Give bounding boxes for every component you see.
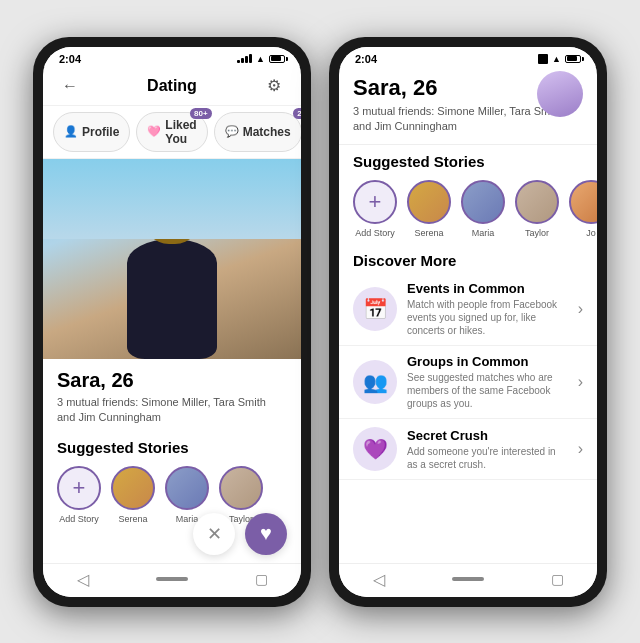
jo-circle <box>569 180 597 224</box>
tab-matches-label: Matches <box>243 125 291 139</box>
status-bar-1: 2:04 ▲ <box>43 47 301 67</box>
back-button[interactable]: ← <box>57 73 83 99</box>
crush-icon-box: 💜 <box>353 427 397 471</box>
discover-groups[interactable]: 👥 Groups in Common See suggested matches… <box>339 346 597 419</box>
nav-home-2[interactable] <box>452 577 484 581</box>
stories-row-2: + Add Story Serena Maria Taylor Jo <box>339 176 597 246</box>
nav-back-icon-2[interactable]: ◁ <box>373 570 385 589</box>
story-serena[interactable]: Serena <box>111 466 155 524</box>
events-text: Events in Common Match with people from … <box>397 281 578 337</box>
status-time-1: 2:04 <box>59 53 81 65</box>
matches-tab-icon: 💬 <box>225 125 239 138</box>
discover-title: Discover More <box>339 246 597 273</box>
profile-header-2: Sara, 26 3 mutual friends: Simone Miller… <box>339 67 597 146</box>
groups-text: Groups in Common See suggested matches w… <box>397 354 578 410</box>
maria-circle <box>165 466 209 510</box>
story-jo[interactable]: Jo <box>569 180 597 238</box>
tab-profile-label: Profile <box>82 125 119 139</box>
discover-events[interactable]: 📅 Events in Common Match with people fro… <box>339 273 597 346</box>
phone-2-screen: 2:04 ▲ Sara, 26 3 mutual friends: Simone… <box>339 47 597 597</box>
groups-title: Groups in Common <box>407 354 568 369</box>
taylor-label-2: Taylor <box>525 228 549 238</box>
crush-arrow: › <box>578 440 583 458</box>
jo-label: Jo <box>586 228 596 238</box>
suggested-stories-title-2: Suggested Stories <box>339 145 597 176</box>
events-arrow: › <box>578 300 583 318</box>
nav-square-icon-1[interactable]: ▢ <box>255 571 268 587</box>
app-header: ← Dating ⚙ <box>43 67 301 106</box>
crush-text: Secret Crush Add someone you're interest… <box>397 428 578 471</box>
groups-arrow: › <box>578 373 583 391</box>
nav-square-icon-2[interactable]: ▢ <box>551 571 564 587</box>
tab-profile[interactable]: 👤 Profile <box>53 112 130 152</box>
crush-icon: 💜 <box>363 437 388 461</box>
phone-1-screen: 2:04 ▲ ← Dat <box>43 47 301 597</box>
taylor-circle-2 <box>515 180 559 224</box>
crush-desc: Add someone you're interested in as a se… <box>407 445 568 471</box>
maria-circle-2 <box>461 180 505 224</box>
add-story-label: Add Story <box>59 514 99 524</box>
events-icon-box: 📅 <box>353 287 397 331</box>
groups-desc: See suggested matches who are members of… <box>407 371 568 410</box>
events-title: Events in Common <box>407 281 568 296</box>
profile-info: Sara, 26 3 mutual friends: Simone Miller… <box>43 359 301 432</box>
profile-name: Sara, 26 <box>57 369 287 392</box>
story-add-2[interactable]: + Add Story <box>353 180 397 238</box>
status-time-2: 2:04 <box>355 53 377 65</box>
liked-badge: 80+ <box>190 108 212 119</box>
tabs-row: 👤 Profile 🩷 Liked You 80+ 💬 Matches 2 <box>43 106 301 159</box>
events-icon: 📅 <box>363 297 388 321</box>
app-title: Dating <box>147 77 197 95</box>
serena-circle-2 <box>407 180 451 224</box>
serena-label-2: Serena <box>414 228 443 238</box>
stop-icon <box>538 54 548 64</box>
status-icons-2: ▲ <box>538 54 581 64</box>
suggested-stories-title: Suggested Stories <box>43 431 301 462</box>
signal-icon <box>237 54 252 63</box>
bottom-nav-2: ◁ ▢ <box>339 563 597 597</box>
crush-title: Secret Crush <box>407 428 568 443</box>
profile-tab-icon: 👤 <box>64 125 78 138</box>
story-taylor-2[interactable]: Taylor <box>515 180 559 238</box>
maria-label-2: Maria <box>472 228 495 238</box>
add-story-circle-2: + <box>353 180 397 224</box>
add-story-label-2: Add Story <box>355 228 395 238</box>
events-desc: Match with people from Facebook events y… <box>407 298 568 337</box>
phone-1: 2:04 ▲ ← Dat <box>33 37 311 607</box>
story-add[interactable]: + Add Story <box>57 466 101 524</box>
taylor-circle <box>219 466 263 510</box>
groups-icon-box: 👥 <box>353 360 397 404</box>
story-maria-2[interactable]: Maria <box>461 180 505 238</box>
liked-tab-icon: 🩷 <box>147 125 161 138</box>
status-bar-2: 2:04 ▲ <box>339 47 597 67</box>
story-serena-2[interactable]: Serena <box>407 180 451 238</box>
profile-mutual: 3 mutual friends: Simone Miller, Tara Sm… <box>57 395 287 426</box>
groups-icon: 👥 <box>363 370 388 394</box>
profile-image <box>43 159 301 359</box>
settings-button[interactable]: ⚙ <box>261 73 287 99</box>
tab-liked-you[interactable]: 🩷 Liked You 80+ <box>136 112 207 152</box>
dislike-button[interactable]: ✕ <box>193 513 235 555</box>
tab-liked-label: Liked You <box>165 118 196 146</box>
nav-home-1[interactable] <box>156 577 188 581</box>
person-body <box>127 239 217 359</box>
nav-back-icon-1[interactable]: ◁ <box>77 570 89 589</box>
profile-card: ✕ ♥ Sara, 26 3 mutual friends: Simone Mi… <box>43 159 301 563</box>
tab-matches[interactable]: 💬 Matches 2 <box>214 112 301 152</box>
add-story-circle: + <box>57 466 101 510</box>
serena-label: Serena <box>118 514 147 524</box>
discover-crush[interactable]: 💜 Secret Crush Add someone you're intere… <box>339 419 597 480</box>
discover-section: 📅 Events in Common Match with people fro… <box>339 273 597 562</box>
phones-container: 2:04 ▲ ← Dat <box>23 27 617 617</box>
action-buttons: ✕ ♥ <box>193 513 287 555</box>
battery-icon-2 <box>565 55 581 63</box>
serena-circle <box>111 466 155 510</box>
bottom-nav-1: ◁ ▢ <box>43 563 301 597</box>
battery-icon <box>269 55 285 63</box>
matches-badge: 2 <box>293 108 301 119</box>
wifi-icon: ▲ <box>256 54 265 64</box>
like-button[interactable]: ♥ <box>245 513 287 555</box>
status-icons-1: ▲ <box>237 54 285 64</box>
phone-2: 2:04 ▲ Sara, 26 3 mutual friends: Simone… <box>329 37 607 607</box>
profile-avatar-2 <box>537 71 583 117</box>
